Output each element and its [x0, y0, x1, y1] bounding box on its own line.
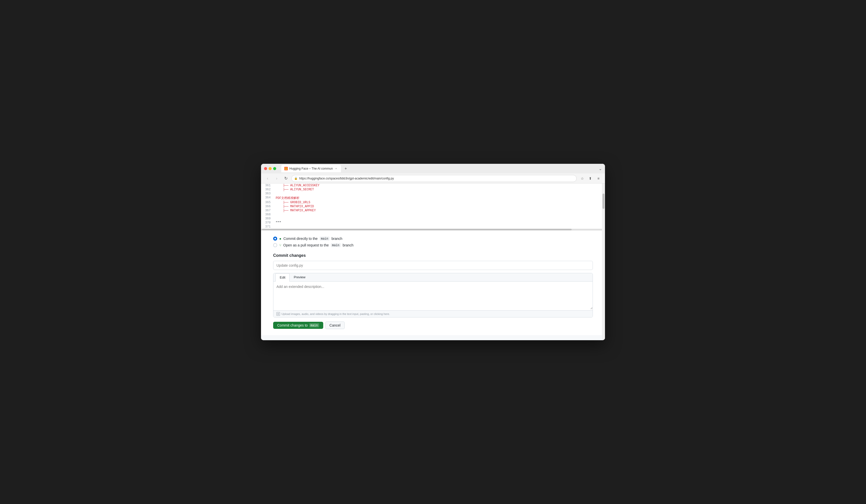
direct-commit-suffix: branch — [332, 237, 343, 241]
security-icon: 🔒 — [294, 177, 298, 180]
commit-section-title: Commit changes — [273, 253, 593, 258]
line-code — [274, 213, 605, 217]
upload-hint-text: Upload images, audio, and videos by drag… — [281, 312, 390, 316]
line-code — [274, 225, 605, 229]
line-code — [274, 217, 605, 221]
commit-button-label: Commit changes to — [277, 323, 308, 327]
tab-area: 🤗 Hugging Face – The AI commun × + — [281, 165, 597, 172]
upload-icon: ⊞ — [276, 312, 280, 316]
table-row: 361 ├── ALIYUN_ACCESSKEY — [261, 183, 605, 187]
desc-tab-bar: Edit Preview — [274, 273, 592, 281]
maximize-window-button[interactable] — [273, 167, 276, 170]
pr-icon: ⑂ — [279, 243, 281, 247]
table-row: 362 ├── ALIYUN_SECRET — [261, 187, 605, 192]
line-code: PDF文档精准解析 — [274, 196, 605, 201]
commit-section: Commit changes Edit Preview ⊞ Upload ima… — [273, 253, 593, 329]
table-row: 365 ├── GROBID_URLS — [261, 201, 605, 205]
menu-button[interactable]: ≡ — [595, 175, 602, 182]
code-table: 361 ├── ALIYUN_ACCESSKEY362 ├── ALIYUN_S… — [261, 183, 605, 229]
table-row: 371 — [261, 225, 605, 229]
direct-commit-option[interactable]: ● Commit directly to the main branch — [273, 237, 593, 241]
line-number: 367 — [261, 208, 274, 213]
horizontal-scrollbar-thumb[interactable] — [262, 229, 571, 230]
line-number: 371 — [261, 225, 274, 229]
line-code — [274, 192, 605, 196]
line-code: """ — [274, 221, 605, 225]
line-number: 366 — [261, 205, 274, 208]
line-number: 365 — [261, 201, 274, 205]
pr-branch: main — [331, 243, 341, 247]
description-textarea[interactable] — [274, 282, 592, 309]
minimize-window-button[interactable] — [269, 167, 271, 170]
main-content: 361 ├── ALIYUN_ACCESSKEY362 ├── ALIYUN_S… — [261, 183, 605, 340]
tab-edit[interactable]: Edit — [275, 273, 290, 282]
line-code: ├── GROBID_URLS — [274, 201, 605, 205]
pr-label: Open as a pull request to the — [283, 243, 329, 247]
tab-close-button[interactable]: × — [334, 167, 338, 170]
line-code: ├── ALIYUN_SECRET — [274, 187, 605, 192]
description-tabs: Edit Preview — [274, 273, 592, 282]
line-number: 369 — [261, 217, 274, 221]
vertical-scrollbar[interactable] — [602, 183, 605, 340]
table-row: 364PDF文档精准解析 — [261, 196, 605, 201]
form-area: ● Commit directly to the main branch ⑂ O… — [261, 230, 605, 335]
line-code: ├── ALIYUN_ACCESSKEY — [274, 183, 605, 187]
close-window-button[interactable] — [264, 167, 267, 170]
button-row: Commit changes to main Cancel — [273, 321, 593, 329]
pull-request-radio[interactable] — [273, 243, 277, 247]
line-number: 370 — [261, 221, 274, 225]
active-tab[interactable]: 🤗 Hugging Face – The AI commun × — [281, 165, 341, 172]
tab-favicon: 🤗 — [284, 167, 288, 170]
description-area: Edit Preview ⊞ Upload images, audio, and… — [273, 273, 593, 318]
refresh-button[interactable]: ↻ — [282, 175, 289, 182]
cancel-button[interactable]: Cancel — [325, 321, 345, 329]
address-bar[interactable]: 🔒 https://huggingface.co/spaces/bbb3n/gp… — [291, 175, 577, 182]
branch-radio-group: ● Commit directly to the main branch ⑂ O… — [273, 237, 593, 247]
title-bar-right: ⌄ — [599, 166, 602, 171]
horizontal-scrollbar[interactable] — [261, 229, 605, 230]
line-number: 363 — [261, 192, 274, 196]
line-code: ├── MATHPIX_APPKEY — [274, 208, 605, 213]
line-number: 368 — [261, 213, 274, 217]
tab-list-button[interactable]: ⌄ — [599, 166, 602, 171]
title-bar: 🤗 Hugging Face – The AI commun × + ⌄ — [261, 164, 605, 173]
url-text: https://huggingface.co/spaces/bbb3n/gpt-… — [299, 177, 574, 180]
table-row: 369 — [261, 217, 605, 221]
direct-commit-radio[interactable] — [273, 237, 277, 241]
tab-preview[interactable]: Preview — [290, 273, 309, 282]
table-row: 368 — [261, 213, 605, 217]
table-row: 367 ├── MATHPIX_APPKEY — [261, 208, 605, 213]
nav-bar: ‹ › ↻ 🔒 https://huggingface.co/spaces/bb… — [261, 173, 605, 183]
commit-button[interactable]: Commit changes to main — [273, 322, 323, 329]
back-button[interactable]: ‹ — [264, 175, 271, 182]
direct-commit-branch: main — [320, 237, 330, 241]
forward-button[interactable]: › — [273, 175, 280, 182]
commit-icon: ● — [279, 237, 281, 241]
table-row: 363 — [261, 192, 605, 196]
nav-right-buttons: ☆ ⬆ ≡ — [579, 175, 602, 182]
code-area: 361 ├── ALIYUN_ACCESSKEY362 ├── ALIYUN_S… — [261, 183, 605, 230]
share-button[interactable]: ⬆ — [587, 175, 594, 182]
bookmark-button[interactable]: ☆ — [579, 175, 586, 182]
line-number: 361 — [261, 183, 274, 187]
direct-commit-label: Commit directly to the — [283, 237, 318, 241]
traffic-lights — [264, 167, 276, 170]
table-row: 370""" — [261, 221, 605, 225]
upload-hint[interactable]: ⊞ Upload images, audio, and videos by dr… — [274, 310, 592, 317]
pull-request-option[interactable]: ⑂ Open as a pull request to the main bra… — [273, 243, 593, 247]
new-tab-button[interactable]: + — [343, 165, 349, 172]
table-row: 366 ├── MATHPIX_APPID — [261, 205, 605, 208]
line-number: 362 — [261, 187, 274, 192]
tab-title: Hugging Face – The AI commun — [289, 167, 333, 170]
vertical-scrollbar-thumb[interactable] — [602, 194, 604, 209]
pr-suffix: branch — [343, 243, 354, 247]
commit-summary-input[interactable] — [273, 261, 593, 270]
line-number: 364 — [261, 196, 274, 201]
line-code: ├── MATHPIX_APPID — [274, 205, 605, 208]
commit-button-branch: main — [309, 323, 319, 327]
